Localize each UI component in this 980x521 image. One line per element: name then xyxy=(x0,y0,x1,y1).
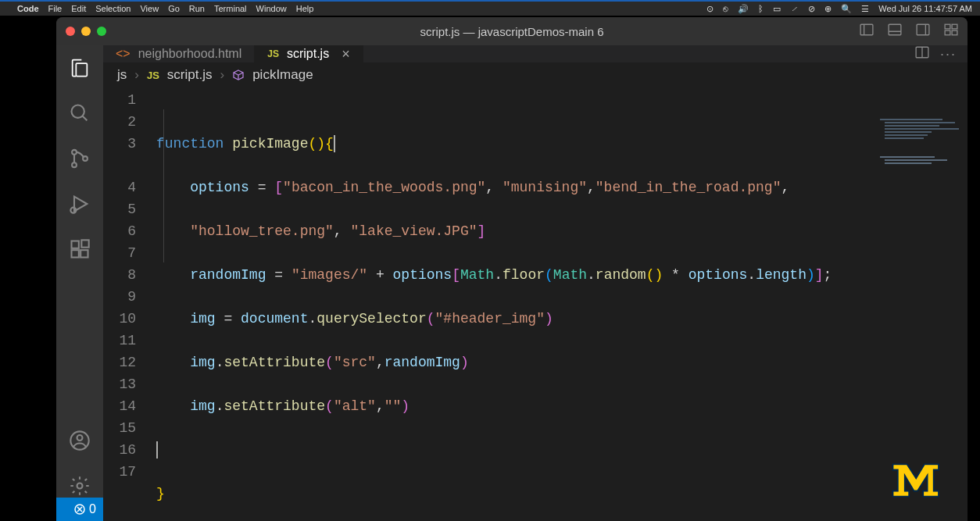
settings-gear-icon[interactable] xyxy=(68,474,91,498)
menu-window[interactable]: Window xyxy=(256,4,287,13)
svg-rect-7 xyxy=(952,24,957,29)
source-control-icon[interactable] xyxy=(68,147,91,170)
menu-go[interactable]: Go xyxy=(168,4,180,13)
control-center-icon[interactable]: ☰ xyxy=(861,4,869,14)
tab-label: script.js xyxy=(287,47,329,61)
js-file-icon: JS xyxy=(267,48,279,59)
tab-script-js[interactable]: JS script.js × xyxy=(255,45,363,62)
menu-selection[interactable]: Selection xyxy=(95,4,131,13)
code-content[interactable]: function pickImage(){ options = ["bacon_… xyxy=(156,87,967,521)
letterbox xyxy=(0,16,56,521)
svg-point-22 xyxy=(77,435,83,441)
svg-rect-4 xyxy=(917,24,929,35)
editor-tabs: <> neighborhood.html JS script.js × ··· xyxy=(103,45,967,62)
app-name[interactable]: Code xyxy=(17,4,39,13)
svg-point-12 xyxy=(72,150,77,155)
macos-menubar: Code File Edit Selection View Go Run Ter… xyxy=(0,0,980,16)
svg-rect-8 xyxy=(945,30,950,35)
titlebar: script.js — javascriptDemos-main 6 xyxy=(56,17,967,45)
bluetooth-icon[interactable]: ᛒ xyxy=(758,4,764,13)
menu-file[interactable]: File xyxy=(48,4,63,13)
breadcrumb[interactable]: js › JS script.js › pickImage xyxy=(103,62,967,87)
layout-sidebar-left-icon[interactable] xyxy=(860,23,874,40)
minimap[interactable] xyxy=(877,117,963,445)
menu-run[interactable]: Run xyxy=(189,4,205,13)
breadcrumb-symbol[interactable]: pickImage xyxy=(252,67,313,83)
code-editor[interactable]: 1234567891011121314151617 function pickI… xyxy=(103,87,967,521)
traffic-lights xyxy=(66,27,106,36)
svg-rect-9 xyxy=(952,30,957,35)
svg-rect-19 xyxy=(80,250,88,257)
menu-edit[interactable]: Edit xyxy=(71,4,86,13)
explorer-icon[interactable] xyxy=(68,56,91,80)
tab-label: neighborhood.html xyxy=(138,47,242,61)
svg-rect-6 xyxy=(945,24,950,29)
michigan-logo xyxy=(889,457,960,504)
status-icon[interactable]: ▭ xyxy=(773,4,781,14)
layout-customize-icon[interactable] xyxy=(944,23,958,40)
split-editor-icon[interactable] xyxy=(915,45,929,62)
js-file-icon: JS xyxy=(147,70,159,81)
method-icon xyxy=(232,69,245,81)
clock[interactable]: Wed Jul 26 11:47:57 AM xyxy=(878,4,972,13)
line-numbers: 1234567891011121314151617 xyxy=(103,87,156,521)
svg-point-10 xyxy=(72,105,84,118)
status-icon[interactable]: ⎋ xyxy=(723,4,728,13)
more-actions-icon[interactable]: ··· xyxy=(940,46,957,62)
menu-terminal[interactable]: Terminal xyxy=(214,4,247,13)
status-icon[interactable]: ⊘ xyxy=(808,4,815,14)
search-icon[interactable]: 🔍 xyxy=(841,4,852,14)
close-tab-icon[interactable]: × xyxy=(342,46,350,62)
svg-rect-18 xyxy=(72,250,79,257)
breadcrumb-folder[interactable]: js xyxy=(117,67,127,83)
accounts-icon[interactable] xyxy=(68,429,91,452)
menu-view[interactable]: View xyxy=(140,4,159,13)
svg-rect-0 xyxy=(860,24,873,35)
svg-line-11 xyxy=(83,116,88,121)
chevron-right-icon: › xyxy=(220,67,224,83)
breadcrumb-file[interactable]: script.js xyxy=(167,67,213,83)
chevron-right-icon: › xyxy=(134,67,139,83)
html-file-icon: <> xyxy=(116,47,131,61)
svg-rect-20 xyxy=(81,240,88,247)
svg-point-13 xyxy=(72,162,77,167)
activity-bar xyxy=(56,45,103,498)
extensions-icon[interactable] xyxy=(68,237,91,261)
close-button[interactable] xyxy=(66,27,75,36)
tab-neighborhood-html[interactable]: <> neighborhood.html xyxy=(103,45,255,62)
window-title: script.js — javascriptDemos-main 6 xyxy=(420,25,603,38)
clock-icon[interactable]: ⊕ xyxy=(824,4,832,14)
layout-panel-icon[interactable] xyxy=(888,23,902,40)
maximize-button[interactable] xyxy=(97,27,106,36)
menu-help[interactable]: Help xyxy=(296,4,314,13)
volume-icon[interactable]: 🔊 xyxy=(738,4,749,14)
minimize-button[interactable] xyxy=(81,27,91,36)
svg-rect-2 xyxy=(889,24,901,35)
svg-point-14 xyxy=(83,156,88,161)
svg-rect-17 xyxy=(72,241,79,248)
run-debug-icon[interactable] xyxy=(68,192,91,216)
svg-point-23 xyxy=(77,484,83,489)
status-icon[interactable]: ⊙ xyxy=(706,4,714,14)
layout-sidebar-right-icon[interactable] xyxy=(916,23,930,40)
letterbox xyxy=(967,16,980,521)
vscode-window: script.js — javascriptDemos-main 6 xyxy=(56,17,967,521)
status-icon[interactable]: ⟋ xyxy=(790,4,799,13)
search-icon[interactable] xyxy=(68,102,91,125)
